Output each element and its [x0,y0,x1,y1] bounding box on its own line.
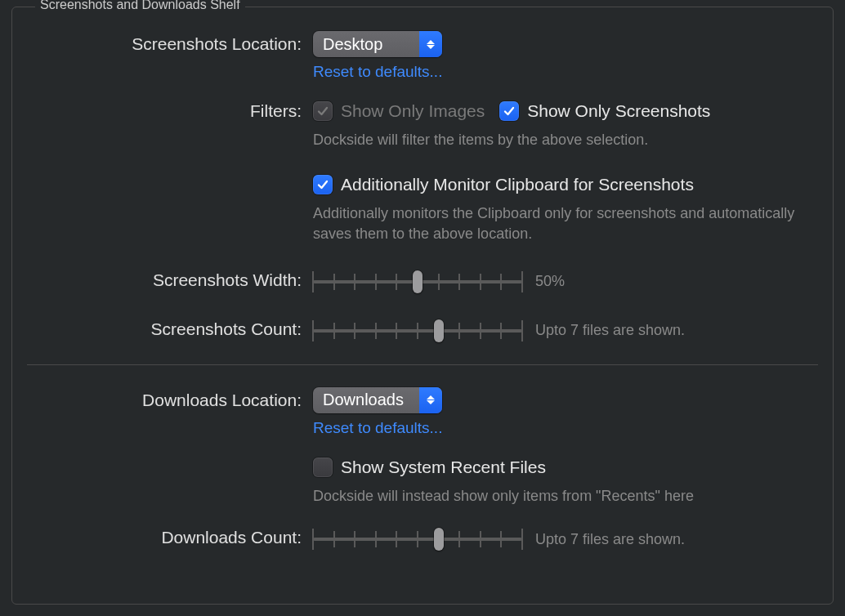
downloads-location-popup[interactable]: Downloads [313,387,442,413]
checkbox-label: Show Only Images [341,101,485,121]
checkbox-icon [313,175,333,194]
group-title: Screenshots and Downloads Shelf [35,0,245,12]
screenshots-count-value: Upto 7 files are shown. [535,322,685,339]
screenshots-width-slider[interactable] [313,271,522,292]
filter-clipboard-screenshots[interactable]: Additionally Monitor Clipboard for Scree… [313,175,694,194]
checkbox-label: Show System Recent Files [341,458,546,477]
preferences-group: Screenshots and Downloads Shelf Screensh… [11,7,834,605]
popup-value: Downloads [313,391,419,409]
downloads-count-label: Downloads Count: [32,524,313,551]
popup-value: Desktop [313,35,419,54]
checkbox-icon [313,458,333,477]
checkbox-label: Show Only Screenshots [527,101,710,121]
downloads-count-value: Upto 7 files are shown. [535,531,685,548]
downloads-count-slider[interactable] [313,529,522,550]
screenshots-location-label: Screenshots Location: [32,30,313,58]
filters-label: Filters: [32,97,313,125]
screenshots-location-popup[interactable]: Desktop [313,31,442,57]
screenshots-count-label: Screenshots Count: [32,315,313,343]
downloads-location-label: Downloads Location: [32,386,313,414]
screenshots-width-label: Screenshots Width: [32,266,313,294]
section-divider [27,364,818,365]
filter-only-screenshots[interactable]: Show Only Screenshots [499,101,710,121]
popup-stepper-icon [419,387,442,413]
screenshots-reset-link[interactable]: Reset to defaults... [313,63,813,81]
checkbox-icon [499,101,519,121]
slider-thumb[interactable] [434,319,444,342]
slider-thumb[interactable] [434,528,444,551]
slider-thumb[interactable] [413,270,422,293]
filter-only-images: Show Only Images [313,101,485,121]
popup-stepper-icon [419,31,442,57]
show-recent-files[interactable]: Show System Recent Files [313,458,546,477]
filters-hint: Dockside will filter the items by the ab… [313,130,813,150]
checkbox-icon [313,101,333,121]
recent-hint: Dockside will instead show only items fr… [313,486,813,506]
checkbox-label: Additionally Monitor Clipboard for Scree… [341,175,694,194]
screenshots-width-value: 50% [535,273,565,290]
screenshots-count-slider[interactable] [313,320,522,341]
clipboard-hint: Additionally monitors the Clipboard only… [313,203,813,243]
downloads-reset-link[interactable]: Reset to defaults... [313,419,813,437]
